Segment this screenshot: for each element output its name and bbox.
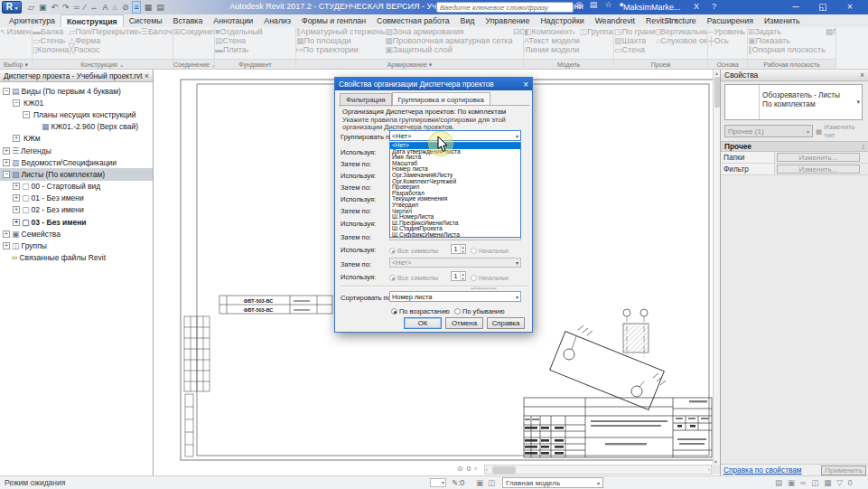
undo-icon[interactable]: ↶ (50, 2, 59, 13)
worksets-icon[interactable]: ▣ (476, 478, 483, 487)
ribbon-button[interactable]: ▯Вертикальный (656, 27, 707, 36)
group-toggle-icon[interactable]: ↕ (862, 142, 865, 151)
ribbon-button[interactable]: ▦По площади (296, 36, 385, 45)
cancel-button[interactable]: Отмена (445, 317, 483, 329)
tree-item[interactable]: + КЖм (0, 133, 153, 145)
all-chars-radio[interactable]: Все символы (389, 273, 438, 282)
ribbon-button[interactable]: ▣Защитный слой (385, 45, 512, 54)
modify-selector-dropdown[interactable]: ⊡ ▾ (666, 14, 677, 27)
expander-icon[interactable]: + (13, 206, 20, 213)
ribbon-tab[interactable]: Вставка (168, 14, 209, 27)
ribbon-button[interactable]: ▬Плита▾ (215, 45, 263, 54)
restore-button[interactable]: ◱ (811, 0, 835, 14)
ribbon-button[interactable]: ∕Линии модели (524, 45, 580, 54)
ascending-radio[interactable]: По возрастанию (391, 306, 450, 315)
tree-item[interactable]: + ▢ 03 - Без имени (0, 216, 153, 228)
select-links-icon[interactable]: ∞ (800, 478, 806, 487)
collapse-icon[interactable]: ‹ (474, 465, 477, 473)
tree-item[interactable]: + ▣ Семейства (0, 228, 153, 240)
ribbon-button[interactable]: ∥Арматурный стержень (296, 27, 385, 36)
expander-icon[interactable]: + (13, 183, 20, 190)
dropdown-option[interactable]: Ш.СуффиксИмениЛиста (390, 232, 520, 238)
ribbon-button[interactable]: АТекст модели (524, 36, 580, 45)
ribbon-tab[interactable]: Изменить (759, 14, 806, 27)
view-scale-icon[interactable]: ⊙ (457, 465, 463, 473)
properties-section-header[interactable]: Прочее↕ (721, 141, 868, 152)
expander-icon[interactable]: − (13, 99, 20, 107)
ribbon-button[interactable]: ∥Опорная плоскость (748, 45, 826, 54)
expander-icon[interactable]: − (3, 171, 10, 178)
ribbon-button[interactable]: ▥Шахта (614, 36, 656, 45)
ribbon-tab[interactable]: Архитектура (4, 14, 61, 27)
ribbon-button[interactable]: ⌂Слуховое окно (656, 36, 707, 45)
ribbon-button[interactable]: ▦Просмотр (826, 27, 835, 36)
tree-item[interactable]: + ☰ Легенды (0, 145, 153, 156)
communication-center-icon[interactable]: ▤ (590, 0, 598, 9)
ribbon-tab[interactable]: Надстройки (535, 14, 589, 27)
expander-icon[interactable]: + (3, 147, 10, 155)
favorites-icon[interactable]: ☆ (604, 0, 611, 9)
edit-value-button[interactable]: Изменить... (777, 153, 860, 162)
ribbon-button[interactable]: ▯Колонна (33, 45, 69, 54)
sort-by-combobox[interactable]: Номер листа▾ (389, 291, 521, 302)
properties-header[interactable]: Свойства× (721, 70, 868, 81)
ribbon-button[interactable]: ▭Стена▾ (33, 36, 69, 45)
ribbon-button[interactable]: ─Уровень (708, 27, 745, 36)
tree-item[interactable]: + ▢ 00 - Стартовый вид (0, 181, 153, 193)
ribbon-button[interactable]: ◳По грани (614, 27, 656, 36)
ribbon-tab[interactable]: Системы (124, 14, 168, 27)
search-icon[interactable]: ◎ (575, 0, 583, 9)
group-by-combobox[interactable]: <Нет>▾ (389, 130, 521, 141)
ribbon-button[interactable]: △Ферма (69, 36, 141, 45)
char-count-spinner[interactable]: 1▲▼ (451, 244, 466, 254)
chevron-down-icon[interactable]: ▾ (856, 99, 862, 106)
expander-icon[interactable]: + (3, 230, 10, 238)
minimize-button[interactable]: ─ (784, 0, 807, 14)
properties-filter-dropdown[interactable]: Прочее (1)▾ (724, 125, 813, 137)
workset-display-icon[interactable]: ◫ (488, 478, 495, 487)
expander-icon[interactable]: + (3, 159, 10, 166)
ribbon-button[interactable]: ▣Показать (748, 36, 826, 45)
measure-icon[interactable]: ∕ (83, 2, 87, 13)
leading-chars-radio[interactable]: Начальных символов (471, 273, 532, 291)
edit-type-button[interactable]: ▦Изменить тип (816, 125, 863, 137)
infocenter-search-input[interactable] (436, 2, 574, 13)
default-3d-view-icon[interactable]: ⌂ (111, 2, 117, 13)
ribbon-tab[interactable]: Анализ (258, 14, 296, 27)
ribbon-button[interactable]: ◫Группа модели▾ (580, 27, 613, 36)
switch-windows-icon[interactable]: ▦ (144, 2, 154, 13)
ribbon-button[interactable]: ▭Стена (614, 45, 656, 54)
text-icon[interactable]: A (101, 2, 108, 13)
exchange-apps-icon[interactable]: X (694, 2, 699, 11)
edit-value-button[interactable]: Изменить... (777, 165, 860, 174)
ribbon-button[interactable]: ▨Зона армирования (385, 27, 512, 36)
expander-icon[interactable]: + (13, 194, 20, 202)
ribbon-button[interactable]: ⊞Задать (748, 27, 826, 36)
ribbon-button[interactable]: ┼Ось (708, 36, 745, 45)
tree-item[interactable]: + ▢ 01 - Без имени (0, 193, 153, 204)
tree-item[interactable]: − Планы несущих конструкций (0, 108, 153, 120)
ribbon-tab[interactable]: Аннотации (208, 14, 258, 27)
expander-icon[interactable]: + (13, 135, 20, 142)
tree-item[interactable]: + ◫ Группы (0, 240, 153, 251)
close-button[interactable]: × (838, 0, 862, 14)
ok-button[interactable]: ОК (404, 317, 442, 329)
horizontal-scrollbar[interactable]: ‹› (484, 465, 712, 475)
expander-icon[interactable]: + (13, 219, 20, 226)
ribbon-button[interactable]: ▱Пол/Перекрытие▾ (69, 27, 141, 36)
view-count-label[interactable]: 0 (467, 465, 471, 473)
ribbon-tab[interactable]: Совместная работа (371, 14, 455, 27)
thin-lines-icon[interactable]: ≡ (132, 1, 140, 14)
ribbon-button[interactable]: ↖Изменить (0, 27, 32, 36)
design-options-dropdown[interactable]: Главная модель▾ (502, 477, 603, 488)
ribbon-button[interactable]: ◧Компонент▾ (524, 27, 580, 36)
editing-requests[interactable]: ✎:0 (452, 478, 464, 487)
tree-item[interactable]: − ▧ Листы (По комплектам) (0, 168, 153, 180)
ribbon-button[interactable]: ▦Проволочная арматурная сетка (385, 36, 512, 45)
dialog-tab[interactable]: Группировка и сортировка (392, 92, 490, 106)
apply-button[interactable]: Применить (821, 465, 866, 475)
type-selector[interactable]: Обозреватель - ЛистыПо комплектам ▾ (724, 84, 863, 120)
tree-item[interactable]: ▦ КЖ01.-2.960 (Верх свай) (0, 121, 153, 133)
dimension-icon[interactable]: ↔ (89, 2, 98, 13)
ribbon-tab[interactable]: Конструкция (61, 14, 124, 27)
